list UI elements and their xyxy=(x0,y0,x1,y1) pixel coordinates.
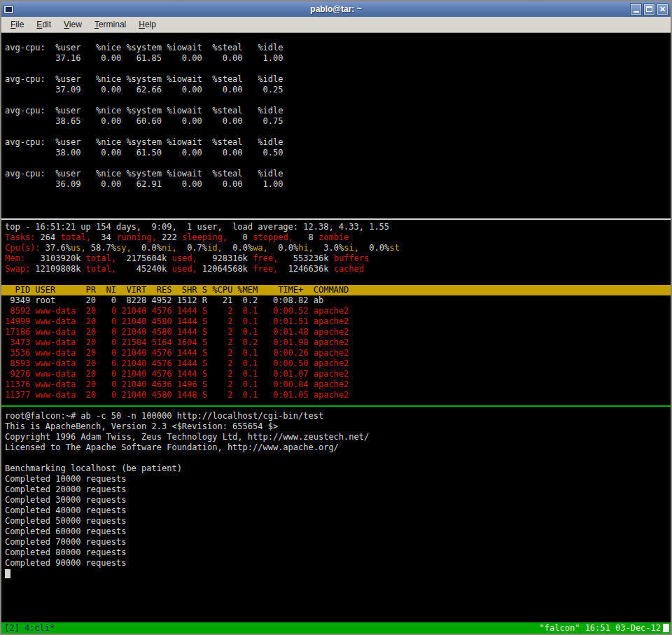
apachebench-line: Completed 90000 requests xyxy=(1,558,671,568)
iostat-line: 36.09 0.00 62.91 0.00 0.00 1.00 xyxy=(1,179,671,190)
iostat-line xyxy=(1,158,671,169)
iostat-line: 37.16 0.00 61.85 0.00 0.00 1.00 xyxy=(1,53,671,64)
iostat-line: avg-cpu: %user %nice %system %iowait %st… xyxy=(1,43,671,53)
apachebench-line: Completed 50000 requests xyxy=(1,516,671,526)
close-button[interactable]: ✕ xyxy=(657,4,668,15)
process-row: 11377 www-data 20 0 21040 4580 1448 S 2 … xyxy=(1,390,671,400)
terminal-window: pablo@tar: ~ ✕ FileEditViewTerminalHelp … xyxy=(0,0,672,635)
statusbar-corner-box xyxy=(663,624,669,632)
iostat-output: avg-cpu: %user %nice %system %iowait %st… xyxy=(1,43,671,190)
menu-edit[interactable]: Edit xyxy=(30,18,57,32)
apachebench-line: Benchmarking localhost (be patient) xyxy=(1,463,671,474)
process-row: 17186 www-data 20 0 21040 4580 1444 S 2 … xyxy=(1,327,671,337)
apachebench-line: Completed 20000 requests xyxy=(1,484,671,495)
statusbar-right: "falcon" 16:51 03-Dec-12 xyxy=(540,622,669,634)
menu-help[interactable]: Help xyxy=(132,18,162,32)
process-table: 9349 root 20 0 8228 4952 1512 R 21 0.2 0… xyxy=(1,295,671,400)
process-row: 9276 www-data 20 0 21040 4576 1444 S 2 0… xyxy=(1,369,671,379)
apachebench-line: Completed 30000 requests xyxy=(1,495,671,505)
apachebench-line: This is ApacheBench, Version 2.3 <$Revis… xyxy=(1,421,671,432)
top-summary-line: Swap: 12109808k total, 45240k used, 1206… xyxy=(1,264,671,274)
close-icon: ✕ xyxy=(659,6,666,13)
process-row: 14999 www-data 20 0 21040 4580 1444 S 2 … xyxy=(1,316,671,327)
minimize-icon xyxy=(634,11,639,13)
menu-terminal[interactable]: Terminal xyxy=(88,18,132,32)
menu-view[interactable]: View xyxy=(57,18,88,32)
pane-top: top - 16:51:21 up 154 days, 9:09, 1 user… xyxy=(1,220,671,405)
process-row: 8593 www-data 20 0 21040 4576 1444 S 2 0… xyxy=(1,358,671,369)
menubar: FileEditViewTerminalHelp xyxy=(1,17,671,33)
apachebench-line: root@falcon:~# ab -c 50 -n 100000 http:/… xyxy=(1,411,671,421)
minimize-button[interactable] xyxy=(630,4,642,15)
apachebench-line: Licensed to The Apache Software Foundati… xyxy=(1,442,671,453)
terminal-screen[interactable]: avg-cpu: %user %nice %system %iowait %st… xyxy=(1,33,671,634)
apachebench-line: Completed 10000 requests xyxy=(1,474,671,484)
process-row: 11376 www-data 20 0 21040 4636 1496 S 2 … xyxy=(1,379,671,390)
top-summary: top - 16:51:21 up 154 days, 9:09, 1 user… xyxy=(1,222,671,285)
process-table-header: PID USER PR NI VIRT RES SHR S %CPU %MEM … xyxy=(1,285,671,295)
iostat-line: avg-cpu: %user %nice %system %iowait %st… xyxy=(1,137,671,148)
iostat-line xyxy=(1,127,671,137)
process-row: 3536 www-data 20 0 21040 4576 1444 S 2 0… xyxy=(1,348,671,358)
iostat-line: 38.65 0.00 60.60 0.00 0.00 0.75 xyxy=(1,116,671,127)
iostat-line: avg-cpu: %user %nice %system %iowait %st… xyxy=(1,74,671,85)
terminal-cursor xyxy=(5,569,10,578)
process-row: 3473 www-data 20 0 21584 5164 1604 S 2 0… xyxy=(1,337,671,348)
top-summary-line: Mem: 3103920k total, 2175604k used, 9283… xyxy=(1,253,671,264)
iostat-line: avg-cpu: %user %nice %system %iowait %st… xyxy=(1,169,671,179)
top-summary-line: top - 16:51:21 up 154 days, 9:09, 1 user… xyxy=(1,222,671,232)
maximize-icon xyxy=(646,6,652,12)
apachebench-line: Copyright 1996 Adam Twiss, Zeus Technolo… xyxy=(1,432,671,442)
iostat-line: 37.09 0.00 62.66 0.00 0.00 0.25 xyxy=(1,85,671,95)
apachebench-line xyxy=(1,453,671,463)
statusbar-host-time: "falcon" 16:51 03-Dec-12 xyxy=(540,622,661,634)
apachebench-output: root@falcon:~# ab -c 50 -n 100000 http:/… xyxy=(1,411,671,568)
titlebar[interactable]: pablo@tar: ~ ✕ xyxy=(1,1,671,17)
window-title: pablo@tar: ~ xyxy=(1,1,671,17)
statusbar-window-list: [2] 4:cli* xyxy=(4,622,55,634)
process-row: 9349 root 20 0 8228 4952 1512 R 21 0.2 0… xyxy=(1,295,671,306)
maximize-button[interactable] xyxy=(643,4,655,15)
top-summary-line: Tasks: 264 total, 34 running, 222 sleepi… xyxy=(1,232,671,243)
pane-apachebench: root@falcon:~# ab -c 50 -n 100000 http:/… xyxy=(1,407,671,622)
apachebench-line: Completed 70000 requests xyxy=(1,537,671,547)
process-row: 8592 www-data 20 0 21040 4576 1444 S 2 0… xyxy=(1,306,671,316)
top-summary-line: Cpu(s): 37.6%us, 58.7%sy, 0.0%ni, 0.7%id… xyxy=(1,243,671,253)
iostat-line: 38.00 0.00 61.50 0.00 0.00 0.50 xyxy=(1,148,671,158)
iostat-line: avg-cpu: %user %nice %system %iowait %st… xyxy=(1,106,671,116)
iostat-line xyxy=(1,95,671,106)
apachebench-line: Completed 40000 requests xyxy=(1,505,671,516)
top-summary-line xyxy=(1,274,671,285)
apachebench-line: Completed 60000 requests xyxy=(1,526,671,537)
terminal-app-icon xyxy=(4,5,14,14)
window-controls: ✕ xyxy=(630,4,668,15)
apachebench-line: Completed 80000 requests xyxy=(1,547,671,558)
menu-file[interactable]: File xyxy=(4,18,30,32)
iostat-line xyxy=(1,64,671,74)
pane-iostat: avg-cpu: %user %nice %system %iowait %st… xyxy=(1,33,671,218)
screen-statusbar: [2] 4:cli* "falcon" 16:51 03-Dec-12 xyxy=(1,622,671,634)
